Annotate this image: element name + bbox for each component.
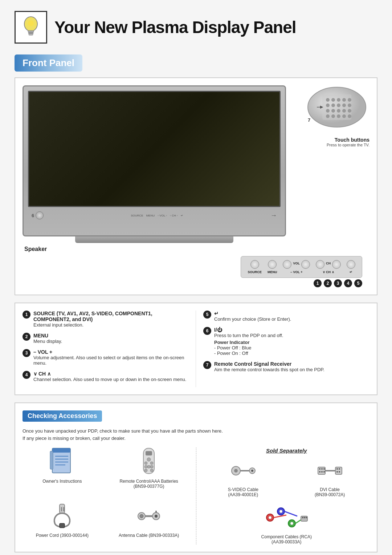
svg-point-24 [337, 114, 340, 118]
svg-point-43 [150, 465, 153, 468]
feature-3-content: – VOL + Volume adjustment. Also used to … [33, 349, 188, 366]
feature-7-num: 7 [203, 361, 211, 369]
acc-antenna: Antenna Cable (BN39-00333A) [109, 502, 189, 545]
svg-point-44 [144, 469, 147, 472]
button-numbers: 1 2 3 4 5 [314, 279, 362, 287]
svg-point-17 [326, 109, 330, 113]
feature-1: 1 SOURCE (TV, AV1, AV2, S-VIDEO, COMPONE… [23, 311, 188, 328]
tv-illustration: 6 SOURCE MENU ◦ VOL ◦ ◦ CH ◦ ↵ → [23, 85, 286, 252]
svg-point-15 [342, 104, 346, 107]
acc-instructions-label: Owner's Instructions [42, 479, 82, 484]
touch-buttons-desc: Press to operate the TV. [327, 143, 369, 147]
power-on-label: - Power On : Off [214, 351, 248, 356]
enter-circle [347, 260, 355, 269]
svg-point-60 [251, 470, 253, 472]
svg-point-26 [348, 114, 351, 118]
feature-7-content: Remote Control Signal Receiver Aim the r… [214, 361, 324, 372]
feature-5-num: 5 [203, 311, 211, 319]
acc-antenna-icon [109, 502, 189, 531]
svg-point-4 [28, 20, 34, 26]
header-icon-box [15, 11, 47, 44]
feature-4: 4 ∨ CH ∧ Channel selection. Also used to… [23, 371, 188, 382]
svg-point-11 [348, 98, 351, 102]
source-circle [250, 260, 259, 269]
sold-separately-grid: S-VIDEO Cable(AA39-40001E) [204, 456, 370, 544]
svg-point-20 [342, 109, 346, 113]
page-title: Your New Plasma Display Panel [54, 17, 296, 37]
svg-rect-48 [63, 507, 64, 511]
touch-buttons-diagram: 7 [297, 85, 369, 129]
feature-6-desc: Press to turn the PDP on and off. [214, 333, 283, 338]
badge-3: 3 [334, 279, 342, 287]
svg-rect-3 [29, 34, 33, 35]
touch-buttons-title: Touch buttons [327, 137, 369, 143]
accessories-section: Checking Accessories Once you have unpac… [15, 402, 377, 552]
badge-4: 4 [344, 279, 352, 287]
svg-rect-69 [335, 467, 342, 474]
front-panel-container: 6 SOURCE MENU ◦ VOL ◦ ◦ CH ◦ ↵ → [15, 77, 377, 295]
svg-point-25 [342, 114, 346, 118]
svg-point-85 [304, 517, 305, 518]
feature-5: 5 ↵ Confirm your choice (Store or Enter)… [203, 311, 369, 322]
feature-7: 7 Remote Control Signal Receiver Aim the… [203, 361, 369, 372]
tv-bottom-bar: 6 SOURCE MENU ◦ VOL ◦ ◦ CH ◦ ↵ → [28, 210, 281, 221]
acc-instructions: Owner's Instructions [23, 447, 102, 496]
touch-buttons-area: 7 Touch buttons Press to operate the TV. [297, 85, 369, 147]
acc-antenna-label: Antenna Cable (BN39-00333A) [119, 533, 179, 538]
svg-point-7 [326, 98, 330, 102]
feature-4-content: ∨ CH ∧ Channel selection. Also used to m… [33, 371, 186, 382]
svg-point-13 [331, 104, 335, 107]
svg-point-8 [331, 98, 335, 102]
control-buttons-area: SOURCE MENU VOL – VOL + [23, 256, 369, 287]
badge-1: 1 [314, 279, 322, 287]
ch-up-circle [332, 260, 341, 269]
acc-power-cord-icon [23, 502, 102, 531]
feature-5-desc: Confirm your choice (Store or Enter). [214, 316, 291, 322]
menu-circle [268, 260, 277, 269]
ch-button-item: CH ∨ CH ∧ [316, 260, 341, 274]
svg-point-75 [269, 516, 271, 519]
svg-point-42 [147, 465, 150, 468]
svg-point-38 [147, 458, 151, 461]
speaker-label: Speaker [23, 246, 286, 252]
acc-component-label: Component Cables (RCA)(AA39-00033A) [261, 534, 312, 544]
menu-button-item: MENU [268, 260, 277, 274]
feature-7-title: Remote Control Signal Receiver [214, 361, 324, 367]
svg-text:7: 7 [308, 117, 310, 123]
feature-7-desc: Aim the remote control towards this spot… [214, 367, 324, 372]
acc-svideo: S-VIDEO Cable(AA39-40001E) [204, 456, 283, 497]
svg-rect-35 [50, 451, 53, 469]
svg-point-70 [336, 468, 338, 470]
svg-point-72 [336, 471, 338, 473]
acc-remote: Remote Control/AAA Batteries(BN59-00377G… [109, 447, 189, 496]
svg-point-51 [140, 514, 143, 518]
svg-point-67 [323, 471, 325, 473]
svg-point-66 [321, 471, 323, 473]
feature-2-desc: Menu display. [33, 339, 62, 344]
svg-point-10 [342, 98, 346, 102]
feature-2: 2 MENU Menu display. [23, 333, 188, 344]
acc-power-cord: Power Cord (3903-000144) [23, 502, 102, 545]
features-box: 1 SOURCE (TV, AV1, AV2, S-VIDEO, COMPONE… [15, 303, 377, 395]
feature-6-title: I/⏻ [214, 327, 283, 333]
svg-rect-37 [146, 451, 152, 455]
svg-point-78 [279, 510, 282, 513]
enter-button-item: ↵ [347, 260, 355, 274]
feature-6: 6 I/⏻ Press to turn the PDP on and off. … [203, 327, 369, 356]
svg-point-71 [339, 468, 340, 470]
ch-down-circle [316, 260, 324, 269]
power-indicator: Power Indicator - Power Off : Blue - Pow… [214, 340, 283, 356]
svg-point-18 [331, 109, 335, 113]
feature-3-title: – VOL + [33, 349, 188, 355]
feature-2-title: MENU [33, 333, 62, 339]
accessories-content: Owner's Instructions [23, 447, 369, 544]
svg-point-57 [234, 469, 238, 473]
svg-point-45 [150, 469, 153, 472]
front-panel-section: Front Panel 6 SOURCE MEN [15, 54, 377, 295]
sold-separately-title: Sold Separately [204, 447, 370, 454]
source-button-item: SOURCE [248, 260, 262, 274]
svg-point-16 [348, 104, 351, 107]
power-off-label: - Power Off : Blue [214, 345, 251, 351]
features-right: 5 ↵ Confirm your choice (Store or Enter)… [196, 311, 369, 387]
feature-5-title: ↵ [214, 311, 291, 316]
